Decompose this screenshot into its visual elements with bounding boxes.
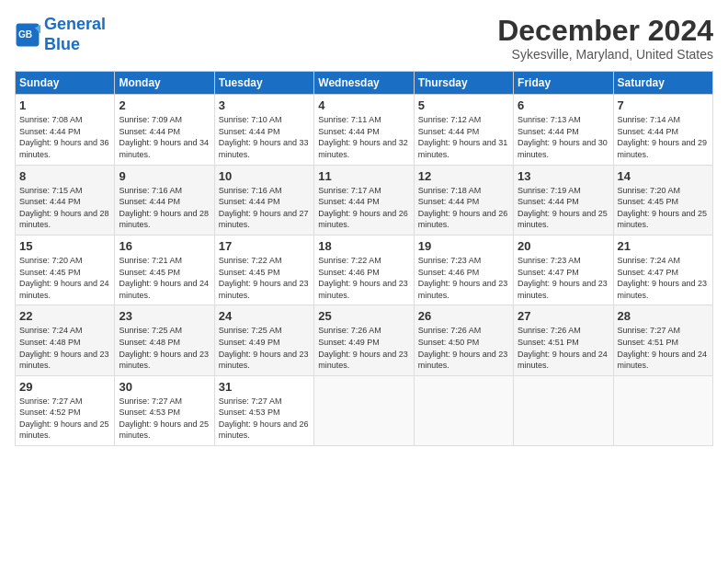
calendar-cell: 11 Sunrise: 7:17 AMSunset: 4:44 PMDaylig… [314, 165, 414, 235]
calendar-cell: 16 Sunrise: 7:21 AMSunset: 4:45 PMDaylig… [115, 235, 214, 304]
calendar-cell: 1 Sunrise: 7:08 AMSunset: 4:44 PMDayligh… [16, 95, 115, 165]
title-block: December 2024 Sykesville, Maryland, Unit… [497, 15, 713, 62]
day-number: 18 [318, 239, 409, 253]
day-number: 24 [219, 309, 310, 323]
cell-info: Sunrise: 7:19 AMSunset: 4:44 PMDaylight:… [518, 185, 609, 231]
cell-info: Sunrise: 7:08 AMSunset: 4:44 PMDaylight:… [19, 114, 110, 160]
calendar-cell: 7 Sunrise: 7:14 AMSunset: 4:44 PMDayligh… [613, 95, 712, 165]
day-number: 19 [418, 239, 509, 253]
calendar-cell: 30 Sunrise: 7:27 AMSunset: 4:53 PMDaylig… [115, 375, 214, 445]
calendar-subtitle: Sykesville, Maryland, United States [497, 47, 713, 62]
day-number: 31 [219, 380, 310, 394]
calendar-cell: 8 Sunrise: 7:15 AMSunset: 4:44 PMDayligh… [16, 165, 115, 235]
calendar-cell: 10 Sunrise: 7:16 AMSunset: 4:44 PMDaylig… [214, 165, 313, 235]
calendar-cell: 15 Sunrise: 7:20 AMSunset: 4:45 PMDaylig… [16, 235, 115, 304]
cell-info: Sunrise: 7:12 AMSunset: 4:44 PMDaylight:… [418, 114, 509, 160]
cell-info: Sunrise: 7:25 AMSunset: 4:49 PMDaylight:… [219, 325, 310, 371]
day-number: 14 [618, 169, 709, 183]
calendar-table: SundayMondayTuesdayWednesdayThursdayFrid… [15, 71, 713, 446]
cell-info: Sunrise: 7:11 AMSunset: 4:44 PMDaylight:… [318, 114, 409, 160]
cell-info: Sunrise: 7:13 AMSunset: 4:44 PMDaylight:… [518, 114, 609, 160]
logo: GB General Blue [15, 15, 106, 54]
cell-info: Sunrise: 7:16 AMSunset: 4:44 PMDaylight:… [219, 185, 310, 231]
calendar-cell: 6 Sunrise: 7:13 AMSunset: 4:44 PMDayligh… [514, 95, 613, 165]
week-row-1: 1 Sunrise: 7:08 AMSunset: 4:44 PMDayligh… [16, 95, 713, 165]
cell-info: Sunrise: 7:17 AMSunset: 4:44 PMDaylight:… [318, 185, 409, 231]
week-row-5: 29 Sunrise: 7:27 AMSunset: 4:52 PMDaylig… [16, 375, 713, 445]
week-row-2: 8 Sunrise: 7:15 AMSunset: 4:44 PMDayligh… [16, 165, 713, 235]
calendar-cell: 20 Sunrise: 7:23 AMSunset: 4:47 PMDaylig… [514, 235, 613, 304]
day-number: 20 [518, 239, 609, 253]
cell-info: Sunrise: 7:27 AMSunset: 4:53 PMDaylight:… [119, 396, 210, 442]
svg-text:GB: GB [18, 29, 32, 40]
calendar-cell: 27 Sunrise: 7:26 AMSunset: 4:51 PMDaylig… [514, 305, 613, 375]
cell-info: Sunrise: 7:25 AMSunset: 4:48 PMDaylight:… [119, 325, 210, 371]
day-number: 7 [618, 98, 709, 112]
calendar-cell: 18 Sunrise: 7:22 AMSunset: 4:46 PMDaylig… [314, 235, 414, 304]
cell-info: Sunrise: 7:09 AMSunset: 4:44 PMDaylight:… [119, 114, 210, 160]
cell-info: Sunrise: 7:24 AMSunset: 4:47 PMDaylight:… [618, 255, 709, 301]
col-header-sunday: Sunday [16, 72, 115, 95]
calendar-cell [314, 375, 414, 445]
day-number: 26 [418, 309, 509, 323]
cell-info: Sunrise: 7:23 AMSunset: 4:47 PMDaylight:… [518, 255, 609, 301]
day-number: 1 [19, 98, 110, 112]
day-number: 17 [219, 239, 310, 253]
col-header-wednesday: Wednesday [314, 72, 414, 95]
cell-info: Sunrise: 7:24 AMSunset: 4:48 PMDaylight:… [19, 325, 110, 371]
calendar-cell: 17 Sunrise: 7:22 AMSunset: 4:45 PMDaylig… [214, 235, 313, 304]
day-number: 3 [219, 98, 310, 112]
week-row-3: 15 Sunrise: 7:20 AMSunset: 4:45 PMDaylig… [16, 235, 713, 304]
calendar-cell: 13 Sunrise: 7:19 AMSunset: 4:44 PMDaylig… [514, 165, 613, 235]
calendar-title: December 2024 [497, 15, 713, 47]
col-header-monday: Monday [115, 72, 214, 95]
calendar-cell: 14 Sunrise: 7:20 AMSunset: 4:45 PMDaylig… [613, 165, 712, 235]
day-number: 29 [19, 380, 110, 394]
cell-info: Sunrise: 7:15 AMSunset: 4:44 PMDaylight:… [19, 185, 110, 231]
calendar-cell: 4 Sunrise: 7:11 AMSunset: 4:44 PMDayligh… [314, 95, 414, 165]
calendar-cell [514, 375, 613, 445]
day-number: 22 [19, 309, 110, 323]
col-header-thursday: Thursday [414, 72, 513, 95]
calendar-cell [414, 375, 513, 445]
logo-line1: General [44, 15, 106, 33]
calendar-cell [613, 375, 712, 445]
cell-info: Sunrise: 7:10 AMSunset: 4:44 PMDaylight:… [219, 114, 310, 160]
day-number: 4 [318, 98, 409, 112]
day-number: 27 [518, 309, 609, 323]
cell-info: Sunrise: 7:26 AMSunset: 4:51 PMDaylight:… [518, 325, 609, 371]
day-number: 21 [618, 239, 709, 253]
day-number: 13 [518, 169, 609, 183]
logo-line2: Blue [44, 35, 80, 53]
cell-info: Sunrise: 7:26 AMSunset: 4:49 PMDaylight:… [318, 325, 409, 371]
cell-info: Sunrise: 7:23 AMSunset: 4:46 PMDaylight:… [418, 255, 509, 301]
day-number: 8 [19, 169, 110, 183]
day-number: 23 [119, 309, 210, 323]
day-number: 6 [518, 98, 609, 112]
calendar-cell: 12 Sunrise: 7:18 AMSunset: 4:44 PMDaylig… [414, 165, 513, 235]
page-header: GB General Blue December 2024 Sykesville… [15, 15, 713, 62]
calendar-cell: 9 Sunrise: 7:16 AMSunset: 4:44 PMDayligh… [115, 165, 214, 235]
week-row-4: 22 Sunrise: 7:24 AMSunset: 4:48 PMDaylig… [16, 305, 713, 375]
calendar-cell: 19 Sunrise: 7:23 AMSunset: 4:46 PMDaylig… [414, 235, 513, 304]
page-container: GB General Blue December 2024 Sykesville… [0, 0, 728, 455]
col-header-tuesday: Tuesday [214, 72, 313, 95]
col-header-friday: Friday [514, 72, 613, 95]
day-number: 12 [418, 169, 509, 183]
day-number: 11 [318, 169, 409, 183]
calendar-cell: 23 Sunrise: 7:25 AMSunset: 4:48 PMDaylig… [115, 305, 214, 375]
calendar-header-row: SundayMondayTuesdayWednesdayThursdayFrid… [16, 72, 713, 95]
day-number: 5 [418, 98, 509, 112]
cell-info: Sunrise: 7:21 AMSunset: 4:45 PMDaylight:… [119, 255, 210, 301]
calendar-cell: 5 Sunrise: 7:12 AMSunset: 4:44 PMDayligh… [414, 95, 513, 165]
calendar-cell: 28 Sunrise: 7:27 AMSunset: 4:51 PMDaylig… [613, 305, 712, 375]
cell-info: Sunrise: 7:20 AMSunset: 4:45 PMDaylight:… [19, 255, 110, 301]
day-number: 28 [618, 309, 709, 323]
day-number: 15 [19, 239, 110, 253]
calendar-cell: 29 Sunrise: 7:27 AMSunset: 4:52 PMDaylig… [16, 375, 115, 445]
cell-info: Sunrise: 7:22 AMSunset: 4:46 PMDaylight:… [318, 255, 409, 301]
calendar-cell: 3 Sunrise: 7:10 AMSunset: 4:44 PMDayligh… [214, 95, 313, 165]
cell-info: Sunrise: 7:27 AMSunset: 4:53 PMDaylight:… [219, 396, 310, 442]
col-header-saturday: Saturday [613, 72, 712, 95]
calendar-cell: 2 Sunrise: 7:09 AMSunset: 4:44 PMDayligh… [115, 95, 214, 165]
